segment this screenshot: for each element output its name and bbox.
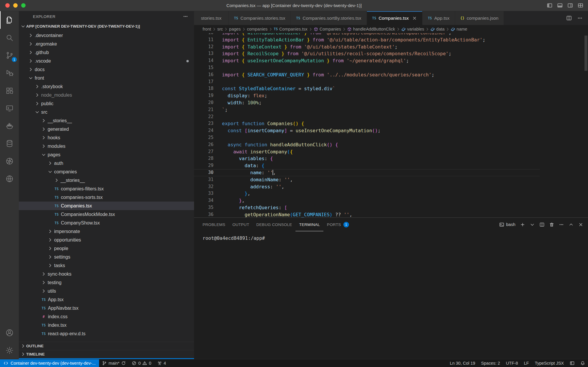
tree-item-testing[interactable]: testing (19, 278, 194, 287)
tree-item-.github[interactable]: .github (19, 48, 194, 57)
split-editor-icon[interactable] (566, 15, 572, 21)
zoom-window-button[interactable] (21, 3, 26, 8)
line-number[interactable]: 18 (194, 85, 222, 92)
breadcrumb-item-pages[interactable]: pages (229, 27, 241, 31)
activity-bar-item-remote-explorer[interactable] (0, 99, 19, 117)
tree-item-index.tsx[interactable]: TSindex.tsx (19, 321, 194, 329)
editor[interactable]: 10import { WithTopbarContainer } from '@… (194, 33, 588, 217)
panel-tab-debug-console[interactable]: DEBUG CONSOLE (253, 218, 296, 231)
line-number[interactable]: 29 (194, 162, 222, 169)
language-status[interactable]: TypeScript JSX (532, 359, 567, 367)
tree-item-Companies.tsx[interactable]: TSCompanies.tsx (19, 202, 194, 210)
activity-bar-item-browser-preview[interactable] (0, 170, 19, 187)
code-line-18[interactable]: 18const StyledTableContainer = styled.di… (194, 85, 540, 92)
line-number[interactable]: 16 (194, 71, 222, 78)
ellipsis-icon[interactable] (183, 14, 188, 19)
breadcrumb-item-variables[interactable]: variables (401, 27, 424, 31)
line-number[interactable]: 12 (194, 43, 222, 51)
panel-tab-problems[interactable]: PROBLEMS (199, 218, 229, 231)
tree-item-public[interactable]: public (19, 99, 194, 108)
code-line-29[interactable]: 29 data: { (194, 162, 540, 169)
panel-more-icon[interactable] (559, 222, 564, 227)
split-terminal-icon[interactable] (539, 222, 544, 227)
line-number[interactable]: 28 (194, 155, 222, 162)
tree-item-.vscode[interactable]: .vscode (19, 57, 194, 65)
line-number[interactable]: 13 (194, 50, 222, 57)
tree-item-companies-filters.tsx[interactable]: TScompanies-filters.tsx (19, 185, 194, 193)
customize-layout-icon[interactable] (578, 3, 583, 8)
sidebar-resize-sash[interactable] (19, 358, 194, 359)
tree-item-.ergomake[interactable]: .ergomake (19, 40, 194, 48)
activity-bar-item-database[interactable] (0, 135, 19, 152)
plus-icon[interactable] (520, 222, 525, 227)
layout-sidebar-right-icon[interactable] (567, 3, 573, 8)
line-number[interactable]: 26 (194, 141, 222, 148)
sidebar-section-timeline[interactable]: TIMELINE (19, 350, 194, 358)
line-number[interactable]: 35 (194, 204, 222, 211)
code-line-21[interactable]: 21`; (194, 106, 540, 113)
code-line-11[interactable]: 11import { EntityTableActionBar } from '… (194, 36, 540, 43)
notifications-status[interactable] (577, 359, 588, 367)
tree-item-App.tsx[interactable]: TSApp.tsx (19, 295, 194, 304)
tree-item-node_modules[interactable]: node_modules (19, 91, 194, 99)
line-number[interactable]: 10 (194, 33, 222, 36)
code-line-25[interactable]: 25 (194, 134, 540, 141)
breadcrumb-item-name[interactable]: name (451, 27, 467, 31)
code-line-35[interactable]: 35 refetchQueries: [ (194, 204, 540, 211)
close-window-button[interactable] (5, 3, 10, 8)
tree-item-opportunities[interactable]: opportunities (19, 236, 194, 244)
tab-Companies.stories.tsx[interactable]: TSCompanies.stories.tsx (229, 11, 291, 25)
chevron-up-icon[interactable] (569, 222, 574, 227)
line-number[interactable]: 19 (194, 92, 222, 99)
problems-status[interactable]: 0 0 (129, 359, 154, 367)
encoding-status[interactable]: UTF-8 (503, 359, 521, 367)
panel-tab-output[interactable]: OUTPUT (229, 218, 253, 231)
activity-bar-item-search[interactable] (0, 29, 19, 46)
tree-item-people[interactable]: people (19, 244, 194, 253)
scrollbar-thumb[interactable] (584, 36, 587, 71)
line-number[interactable]: 30 (194, 169, 222, 176)
code-line-31[interactable]: 31 domainName: '', (194, 176, 540, 183)
remote-indicator[interactable]: Container dev-twenty-dev (dev-twenty-dev… (0, 359, 99, 367)
activity-bar-item-extensions[interactable] (0, 82, 19, 99)
tree-item-__stories__[interactable]: __stories__ (19, 116, 194, 125)
breadcrumb-item-handleAddButtonClick[interactable]: handleAddButtonClick (347, 27, 395, 31)
close-panel-icon[interactable] (578, 222, 583, 227)
breadcrumb-item-Companies[interactable]: Companies (314, 27, 341, 31)
tab-Companies.tsx[interactable]: TSCompanies.tsx (367, 11, 422, 25)
tree-item-impersonate[interactable]: impersonate (19, 227, 194, 236)
breadcrumb-item-front[interactable]: front (203, 27, 211, 31)
code-line-28[interactable]: 28 variables: { (194, 155, 540, 162)
line-number[interactable]: 23 (194, 120, 222, 127)
breadcrumb-item-companies[interactable]: companies (247, 27, 268, 31)
code-line-22[interactable]: 22 (194, 113, 540, 120)
line-number[interactable]: 27 (194, 148, 222, 155)
breadcrumb-item-data[interactable]: data (430, 27, 445, 31)
close-tab-icon[interactable] (412, 16, 417, 21)
code-line-32[interactable]: 32 address: '', (194, 183, 540, 190)
layout-status[interactable] (567, 359, 577, 367)
code-line-10[interactable]: 10import { WithTopbarContainer } from '@… (194, 33, 540, 36)
indentation-status[interactable]: Spaces: 2 (478, 359, 503, 367)
tree-item-docs[interactable]: docs (19, 65, 194, 74)
code-line-24[interactable]: 24 const [insertCompany] = useInsertOneC… (194, 127, 540, 134)
code-line-30[interactable]: 30 name: '', (194, 169, 540, 176)
editor-scrollbar[interactable] (584, 33, 588, 217)
layout-sidebar-icon[interactable] (547, 3, 552, 8)
chevron-down-icon[interactable] (530, 222, 535, 227)
code-area[interactable]: 10import { WithTopbarContainer } from '@… (194, 33, 540, 217)
code-line-33[interactable]: 33 }, (194, 190, 540, 197)
tree-item-src[interactable]: src (19, 108, 194, 116)
eol-status[interactable]: LF (521, 359, 532, 367)
code-line-12[interactable]: 12import { TableContext } from '@/ui/tab… (194, 43, 540, 51)
sidebar-section-outline[interactable]: OUTLINE (19, 342, 194, 350)
activity-bar-item-explorer[interactable] (0, 11, 19, 29)
code-line-23[interactable]: 23export function Companies() { (194, 120, 540, 127)
layout-panel-icon[interactable] (557, 3, 563, 8)
tree-item-sync-hooks[interactable]: sync-hooks (19, 270, 194, 278)
line-number[interactable]: 14 (194, 57, 222, 64)
tree-item-.storybook[interactable]: .storybook (19, 82, 194, 91)
line-number[interactable]: 11 (194, 36, 222, 43)
shell-picker[interactable]: bash (499, 222, 515, 227)
tree-item-tasks[interactable]: tasks (19, 261, 194, 270)
